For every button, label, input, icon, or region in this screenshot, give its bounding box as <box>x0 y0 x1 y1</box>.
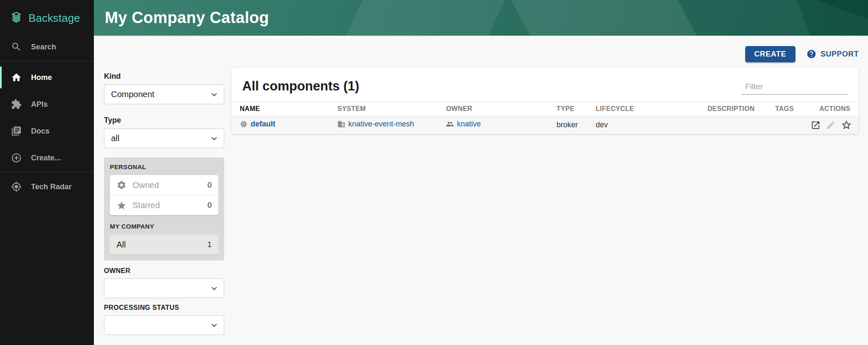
puzzle-icon <box>11 99 22 110</box>
backstage-logo[interactable]: Backstage <box>0 0 94 36</box>
add-circle-icon <box>11 152 22 163</box>
entity-link-default[interactable]: default <box>240 120 275 129</box>
type-filter-select[interactable]: all <box>104 129 224 148</box>
support-label: SUPPORT <box>821 50 859 59</box>
company-section-title: MY COMPANY <box>110 223 218 230</box>
row-actions <box>811 119 852 131</box>
type-filter-value: all <box>111 134 119 143</box>
home-icon <box>11 72 22 83</box>
sidebar-item-label: Docs <box>31 127 49 136</box>
sidebar: Backstage Search Home APIs Docs Create..… <box>0 0 94 345</box>
kind-filter-label: Kind <box>104 72 224 81</box>
all-filter-row[interactable]: All 1 <box>110 234 218 255</box>
owner-filter-label: OWNER <box>104 267 224 275</box>
components-table-card: All components (1) NAME <box>231 68 859 134</box>
type-filter-label: Type <box>104 116 224 125</box>
chevron-down-icon <box>209 133 220 144</box>
sidebar-item-label: Home <box>31 73 52 82</box>
content-area: CREATE SUPPORT Kind Component Type all <box>94 36 868 345</box>
starred-filter-row[interactable]: Starred 0 <box>110 195 218 215</box>
radar-icon <box>11 181 22 192</box>
backstage-logo-icon <box>9 11 23 25</box>
help-icon <box>806 49 816 59</box>
kind-filter-value: Component <box>111 90 154 99</box>
processing-status-filter-label: PROCESSING STATUS <box>104 304 224 312</box>
column-header-type[interactable]: TYPE <box>557 102 596 116</box>
chevron-down-icon <box>209 89 220 100</box>
search-icon <box>11 41 22 52</box>
toolbar: CREATE SUPPORT <box>104 46 859 62</box>
sidebar-item-label: Create... <box>31 154 61 162</box>
group-icon <box>446 120 454 128</box>
star-border-icon[interactable] <box>841 119 852 131</box>
edit-icon[interactable] <box>826 120 836 130</box>
owned-count: 0 <box>207 181 212 190</box>
sidebar-item-tech-radar[interactable]: Tech Radar <box>0 176 94 198</box>
system-building-icon <box>337 120 345 128</box>
page-header: My Company Catalog <box>94 0 868 36</box>
sidebar-divider <box>0 172 94 172</box>
component-chip-icon <box>240 120 248 128</box>
all-filter-label: All <box>117 240 207 250</box>
personal-section-title: PERSONAL <box>110 163 218 170</box>
all-count: 1 <box>207 240 212 249</box>
sidebar-item-home[interactable]: Home <box>0 67 94 88</box>
row-type: broker <box>557 116 596 134</box>
support-button[interactable]: SUPPORT <box>806 49 859 59</box>
column-header-name[interactable]: NAME <box>231 102 337 116</box>
create-button[interactable]: CREATE <box>745 46 795 62</box>
table-row: default knative-event-mesh <box>231 116 859 134</box>
open-in-new-icon[interactable] <box>811 120 821 130</box>
logo-text: Backstage <box>29 12 80 25</box>
column-header-owner[interactable]: OWNER <box>446 102 557 116</box>
table-title: All components (1) <box>242 79 359 94</box>
chevron-down-icon <box>209 320 220 331</box>
sidebar-item-label: APIs <box>31 100 48 109</box>
filters-panel: Kind Component Type all PERSONAL <box>104 68 224 335</box>
owner-filter-select[interactable] <box>104 278 224 298</box>
entity-picker-card: PERSONAL Owned 0 Starred 0 MY <box>104 157 224 260</box>
owner-link[interactable]: knative <box>446 120 481 129</box>
sidebar-item-apis[interactable]: APIs <box>0 93 94 115</box>
processing-status-filter-select[interactable] <box>104 315 224 335</box>
row-lifecycle: dev <box>596 116 707 134</box>
star-icon <box>117 201 127 211</box>
chevron-down-icon <box>209 283 220 294</box>
page-title: My Company Catalog <box>105 9 269 27</box>
sidebar-item-search[interactable]: Search <box>0 36 94 58</box>
row-owner: knative <box>457 120 481 129</box>
gear-icon <box>117 180 127 190</box>
row-system: knative-event-mesh <box>348 120 414 129</box>
starred-filter-label: Starred <box>132 201 202 210</box>
row-tags <box>775 116 811 134</box>
owned-filter-label: Owned <box>132 180 202 190</box>
sidebar-divider <box>0 61 94 62</box>
system-link[interactable]: knative-event-mesh <box>337 120 414 129</box>
kind-filter-select[interactable]: Component <box>104 85 224 104</box>
table-filter-input[interactable] <box>745 82 848 91</box>
row-name: default <box>251 120 275 129</box>
table-filter-field <box>741 82 848 95</box>
sidebar-item-label: Tech Radar <box>31 183 72 191</box>
column-header-tags[interactable]: TAGS <box>775 102 811 116</box>
sidebar-item-docs[interactable]: Docs <box>0 120 94 142</box>
column-header-actions: ACTIONS <box>811 102 859 116</box>
row-description <box>707 116 775 134</box>
column-header-system[interactable]: SYSTEM <box>337 102 446 116</box>
owned-filter-row[interactable]: Owned 0 <box>110 175 218 195</box>
starred-count: 0 <box>207 201 212 210</box>
sidebar-item-label: Search <box>31 43 56 51</box>
docs-icon <box>11 126 22 136</box>
sidebar-item-create[interactable]: Create... <box>0 147 94 169</box>
column-header-description[interactable]: DESCRIPTION <box>707 102 775 116</box>
column-header-lifecycle[interactable]: LIFECYCLE <box>596 102 707 116</box>
table-header-row: NAME SYSTEM OWNER TYPE LIFECYCLE DESCRIP… <box>231 102 859 116</box>
